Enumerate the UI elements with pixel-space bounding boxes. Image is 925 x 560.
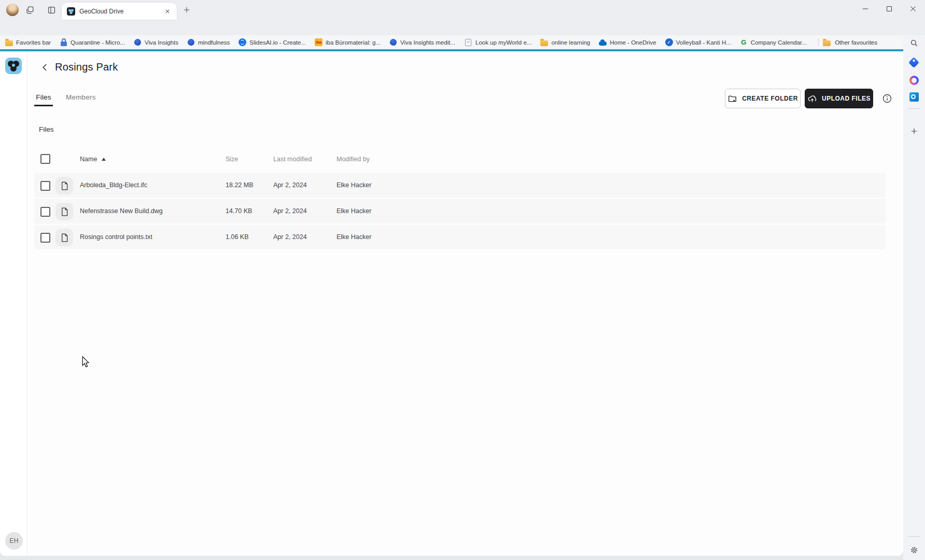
viva-icon — [389, 38, 398, 47]
folder-plus-icon — [727, 94, 737, 104]
table-header: Name Size Last modified Modified by — [34, 153, 886, 166]
file-name: Rosings control points.txt — [80, 233, 152, 241]
column-header-size[interactable]: Size — [226, 156, 238, 163]
add-sidebar-icon[interactable] — [909, 127, 919, 136]
file-modified-by: Elke Hacker — [337, 233, 371, 241]
user-avatar[interactable]: EH — [5, 532, 23, 550]
row-checkbox[interactable] — [40, 207, 50, 217]
browser-tab[interactable]: GeoCloud Drive — [62, 3, 177, 20]
viva-icon — [133, 38, 142, 47]
maximize-button[interactable] — [877, 0, 901, 18]
page-icon — [465, 39, 471, 46]
row-checkbox[interactable] — [40, 181, 50, 191]
outlook-icon[interactable] — [909, 92, 919, 102]
other-favourites[interactable]: Other favourites — [818, 35, 877, 49]
g-icon: G — [740, 38, 748, 46]
file-size: 1.06 KB — [226, 233, 248, 241]
file-last-modified: Apr 2, 2024 — [273, 181, 307, 189]
favorites-bar: Favorites bar Quarantine - Micro... Viva… — [0, 35, 903, 49]
favorite-item[interactable]: iba iba Büromaterial: g... — [315, 38, 381, 46]
check-icon — [665, 38, 673, 46]
tab-members[interactable]: Members — [66, 93, 95, 101]
window-controls — [853, 0, 925, 18]
select-all-checkbox[interactable] — [40, 154, 50, 164]
folder-icon — [540, 40, 548, 46]
row-checkbox[interactable] — [40, 233, 50, 243]
create-folder-button[interactable]: CREATE FOLDER — [725, 89, 801, 108]
edge-sidebar-rail — [903, 35, 925, 560]
viva-icon — [187, 38, 195, 47]
workspaces-icon[interactable] — [25, 5, 35, 15]
file-size: 18.22 MB — [226, 181, 254, 189]
folder-icon — [823, 40, 831, 46]
favorite-item[interactable]: Volleyball - Kanti H... — [665, 38, 731, 46]
tab-bar: GeoCloud Drive — [0, 0, 925, 20]
page-title: Rosings Park — [55, 61, 118, 73]
cloud-upload-icon — [807, 94, 817, 104]
geocloud-favicon — [67, 7, 75, 16]
geocloud-logo[interactable] — [5, 58, 22, 74]
search-icon[interactable] — [909, 38, 919, 48]
close-button[interactable] — [901, 0, 925, 18]
geocloud-drive-page: EH Rosings Park Files Members CREATE FOL… — [0, 49, 903, 556]
active-tab-underline — [34, 105, 53, 106]
file-icon — [55, 203, 73, 220]
column-header-last-modified[interactable]: Last modified — [273, 156, 312, 163]
favorite-item[interactable]: Favorites bar — [5, 39, 51, 46]
file-icon — [55, 229, 73, 246]
file-last-modified: Apr 2, 2024 — [273, 233, 307, 241]
favorite-item[interactable]: Home - OneDrive — [599, 39, 656, 46]
browser-chrome: GeoCloud Drive htt — [0, 0, 925, 49]
file-name: Arboleda_Bldg-Elect.ifc — [80, 181, 147, 189]
favorite-item[interactable]: SlidesAI.io - Create... — [239, 38, 306, 46]
lock-icon — [60, 38, 67, 46]
tab-files[interactable]: Files — [34, 93, 53, 101]
avatar-initials: EH — [9, 537, 18, 544]
column-header-name[interactable]: Name — [80, 156, 106, 163]
browser-profile-avatar[interactable] — [6, 4, 19, 16]
file-size: 14.70 KB — [226, 207, 252, 215]
back-button[interactable] — [38, 61, 52, 74]
file-name: Nefenstrasse New Build.dwg — [80, 207, 163, 215]
globe-icon — [239, 38, 246, 46]
favorite-item[interactable]: Look up myWorld e... — [464, 39, 531, 46]
tab-actions-icon[interactable] — [47, 5, 57, 15]
favorite-item[interactable]: Viva Insights — [134, 38, 178, 46]
file-modified-by: Elke Hacker — [337, 207, 371, 215]
iba-icon: iba — [315, 38, 323, 46]
table-row[interactable]: Arboleda_Bldg-Elect.ifc 18.22 MB Apr 2, … — [34, 173, 886, 198]
table-row[interactable]: Nefenstrasse New Build.dwg 14.70 KB Apr … — [34, 199, 886, 223]
favorite-item[interactable]: mindfulness — [187, 38, 230, 46]
new-tab-icon[interactable] — [183, 6, 191, 14]
browser-toolbar: https://drive.geocloud.hexagon.com/en/pr… — [0, 20, 925, 35]
microsoft-365-icon[interactable] — [909, 76, 919, 85]
favorite-item[interactable]: G Company Calendar... — [740, 38, 807, 46]
folder-icon — [5, 40, 13, 46]
file-last-modified: Apr 2, 2024 — [273, 207, 307, 215]
sidebar-settings-gear-icon[interactable] — [909, 545, 919, 555]
app-sidebar: EH — [0, 51, 27, 556]
tab-title: GeoCloud Drive — [79, 8, 163, 15]
favorite-item[interactable]: online learning — [540, 39, 590, 46]
section-title: Files — [39, 125, 54, 133]
shopping-icon[interactable] — [908, 57, 919, 68]
favorite-item[interactable]: Quarantine - Micro... — [60, 38, 125, 46]
column-header-modified-by[interactable]: Modified by — [337, 156, 370, 163]
file-table: Arboleda_Bldg-Elect.ifc 18.22 MB Apr 2, … — [34, 173, 886, 251]
table-row[interactable]: Rosings control points.txt 1.06 KB Apr 2… — [34, 225, 886, 249]
file-icon — [55, 177, 73, 194]
file-modified-by: Elke Hacker — [337, 181, 371, 189]
tab-close-icon[interactable] — [163, 7, 172, 16]
favorite-item[interactable]: Viva Insights medit... — [389, 38, 455, 46]
cloud-icon — [599, 41, 607, 46]
minimize-button[interactable] — [853, 0, 877, 18]
info-icon[interactable] — [882, 93, 892, 104]
sort-asc-icon — [102, 158, 106, 161]
upload-files-button[interactable]: UPLOAD FILES — [805, 89, 873, 108]
